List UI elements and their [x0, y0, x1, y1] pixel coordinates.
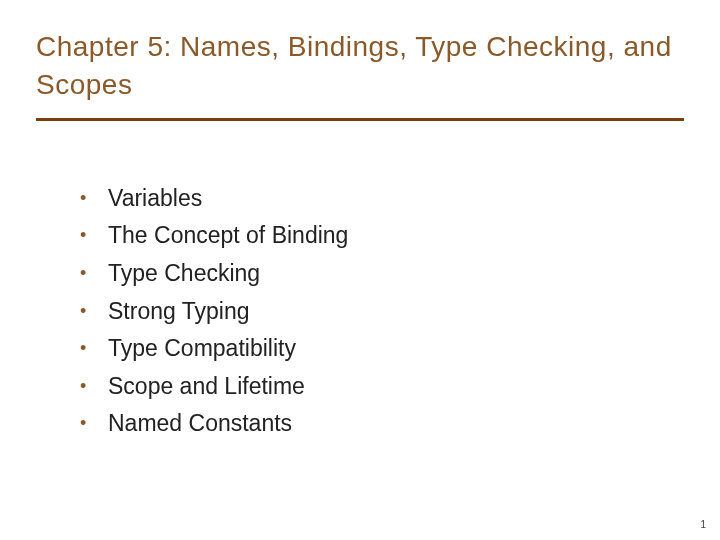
list-item: Strong Typing [80, 294, 684, 330]
list-item: Named Constants [80, 406, 684, 442]
title-underline [36, 118, 684, 121]
slide: Chapter 5: Names, Bindings, Type Checkin… [0, 0, 720, 540]
page-number: 1 [700, 519, 706, 530]
list-item: Scope and Lifetime [80, 369, 684, 405]
list-item: The Concept of Binding [80, 218, 684, 254]
slide-title: Chapter 5: Names, Bindings, Type Checkin… [36, 28, 684, 114]
bullet-list: Variables The Concept of Binding Type Ch… [36, 181, 684, 442]
list-item: Type Compatibility [80, 331, 684, 367]
list-item: Type Checking [80, 256, 684, 292]
list-item: Variables [80, 181, 684, 217]
